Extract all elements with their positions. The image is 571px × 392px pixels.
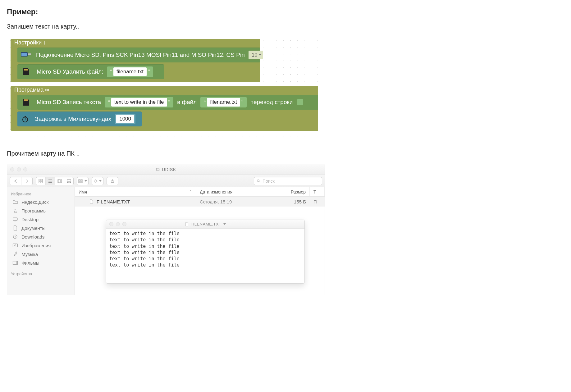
svg-rect-46: [13, 218, 17, 220]
example-heading: Пример:: [7, 7, 564, 16]
share-button[interactable]: [107, 177, 118, 185]
delay-value-field[interactable]: 1000: [115, 114, 135, 124]
nav-buttons: [10, 177, 33, 185]
newline-checkbox[interactable]: [297, 99, 303, 105]
finder-window: UDISK Поиск Избран: [7, 164, 325, 295]
svg-rect-9: [26, 99, 27, 101]
sd-card-icon: [21, 67, 32, 77]
svg-rect-4: [25, 69, 26, 71]
sort-indicator-icon: ⌃: [189, 190, 192, 194]
svg-rect-10: [27, 99, 28, 101]
chevron-down-icon: [99, 180, 102, 182]
svg-rect-32: [81, 180, 82, 181]
textedit-content[interactable]: text to write in the file text to write …: [106, 229, 304, 270]
sidebar-favorites-heading: Избранное: [7, 190, 75, 198]
sidebar-item-apps[interactable]: Программы: [7, 206, 75, 215]
search-placeholder: Поиск: [263, 179, 275, 184]
svg-rect-18: [39, 181, 40, 183]
desktop-icon: [12, 217, 18, 222]
sidebar-item-movies[interactable]: Фильмы: [7, 258, 75, 267]
svg-rect-51: [13, 261, 18, 265]
forward-button[interactable]: [21, 177, 32, 185]
view-icons-button[interactable]: [36, 177, 45, 185]
block-sd-write[interactable]: Micro SD Запись текста text to write in …: [17, 95, 318, 110]
search-field[interactable]: Поиск: [254, 177, 322, 185]
minimize-icon[interactable]: [17, 167, 21, 171]
block-sd-connect[interactable]: Подключение Micro SD. Pins:SCK Pin13 MOS…: [17, 48, 260, 62]
finder-title-text: UDISK: [162, 167, 176, 172]
svg-point-34: [95, 180, 97, 182]
sidebar-devices-heading: Устройства: [7, 270, 75, 277]
chevron-down-icon[interactable]: [223, 223, 226, 225]
svg-rect-26: [67, 180, 71, 181]
delete-filename-field[interactable]: filename.txt: [107, 66, 153, 77]
sidebar-item-label: Downloads: [21, 234, 44, 239]
downloads-icon: [12, 234, 18, 239]
svg-rect-6: [27, 69, 28, 71]
sd-connect-label: Подключение Micro SD. Pins:SCK Pin13 MOS…: [36, 52, 245, 58]
cs-pin-dropdown[interactable]: 10: [249, 51, 263, 59]
textedit-titlebar[interactable]: FILENAME.TXT: [106, 220, 304, 229]
zoom-icon[interactable]: [23, 167, 27, 171]
finder-titlebar[interactable]: UDISK: [7, 164, 325, 175]
documents-icon: [12, 225, 18, 231]
svg-point-44: [257, 180, 259, 182]
write-text-value[interactable]: text to write in the file: [111, 98, 167, 107]
window-controls[interactable]: [10, 167, 27, 171]
view-columns-button[interactable]: [55, 177, 64, 185]
sidebar-item-yadisk[interactable]: Яндекс.Диск: [7, 198, 75, 206]
file-icon: [89, 199, 94, 204]
sidebar-item-music[interactable]: Музыка: [7, 250, 75, 258]
delete-filename-value[interactable]: filename.txt: [113, 67, 147, 76]
close-icon[interactable]: [10, 167, 14, 171]
group-setup-header: Настройки ↓: [14, 39, 46, 46]
file-size: 155 Б: [294, 199, 306, 204]
delay-label: Задержка в Миллисекундах: [35, 116, 111, 122]
action-button[interactable]: [92, 177, 103, 185]
column-headers[interactable]: Имя⌃ Дата изменения Размер Т: [75, 187, 325, 197]
file-kind: П: [313, 199, 317, 204]
sidebar-item-pictures[interactable]: Изображения: [7, 241, 75, 250]
sidebar-item-desktop[interactable]: Desktop: [7, 215, 75, 224]
zoom-icon[interactable]: [122, 222, 126, 226]
close-icon[interactable]: [109, 222, 113, 226]
view-buttons: [36, 177, 74, 185]
view-list-button[interactable]: [45, 177, 55, 185]
minimize-icon[interactable]: [116, 222, 120, 226]
write-text-field[interactable]: text to write in the file: [105, 97, 173, 107]
col-name[interactable]: Имя: [79, 189, 87, 194]
movies-icon: [12, 260, 18, 266]
group-program-header: Программа ∞: [14, 87, 49, 93]
svg-rect-25: [61, 180, 62, 183]
window-controls[interactable]: [109, 222, 126, 226]
search-icon: [257, 179, 261, 183]
file-row[interactable]: FILENAME.TXT Сегодня, 15:19 155 Б П: [75, 197, 325, 207]
view-gallery-button[interactable]: [64, 177, 73, 185]
sidebar-item-downloads[interactable]: Downloads: [7, 232, 75, 241]
svg-point-50: [15, 245, 16, 246]
back-button[interactable]: [10, 177, 21, 185]
svg-rect-8: [25, 99, 26, 101]
chevron-down-icon: [85, 180, 87, 182]
write-filename-field[interactable]: filename.txt: [200, 97, 246, 107]
svg-rect-19: [41, 181, 43, 183]
sidebar-item-documents[interactable]: Документы: [7, 224, 75, 232]
svg-rect-7: [24, 99, 25, 101]
arrange-button[interactable]: [77, 177, 89, 185]
svg-line-40: [97, 182, 97, 182]
write-filename-value[interactable]: filename.txt: [207, 98, 240, 107]
textedit-window[interactable]: FILENAME.TXT text to write in the file t…: [106, 220, 305, 284]
col-date[interactable]: Дата изменения: [200, 189, 232, 194]
svg-line-39: [94, 180, 95, 180]
col-kind[interactable]: Т: [313, 189, 316, 194]
block-delay[interactable]: Задержка в Миллисекундах 1000: [17, 112, 142, 126]
drive-icon: [156, 167, 160, 172]
svg-rect-3: [24, 69, 25, 71]
group-setup[interactable]: Настройки ↓ Подключение Micro SD. Pins:S…: [11, 39, 260, 82]
delay-value[interactable]: 1000: [116, 115, 134, 123]
block-sd-delete[interactable]: Micro SD Удалить файл: filename.txt: [17, 64, 164, 79]
group-program[interactable]: Программа ∞ Micro SD Запись текста text …: [11, 86, 318, 131]
svg-rect-17: [41, 179, 43, 181]
col-size[interactable]: Размер: [291, 189, 306, 194]
svg-rect-24: [59, 180, 60, 183]
